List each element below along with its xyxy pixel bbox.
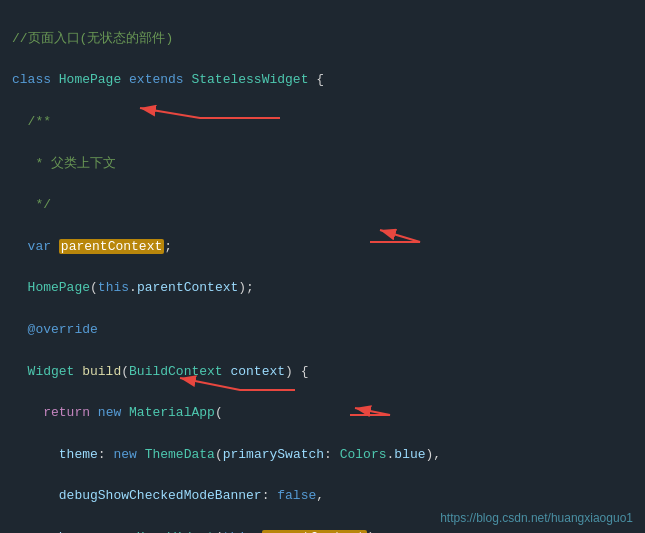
classname-homepage: HomePage [59, 72, 129, 87]
prop-theme: theme [59, 447, 98, 462]
classname-stateless: StatelessWidget [191, 72, 308, 87]
kw-extends1: extends [129, 72, 191, 87]
kw-class1: class [12, 72, 59, 87]
paren-close1: ); [238, 280, 254, 295]
brace1: { [308, 72, 324, 87]
comma1: , [316, 488, 324, 503]
kw-new1: new [98, 405, 129, 420]
indent1b [12, 280, 28, 295]
dot1: . [129, 280, 137, 295]
override1: @override [28, 322, 98, 337]
colon3: : [262, 488, 278, 503]
var-parentcontext1: parentContext [59, 239, 164, 254]
indent1a [12, 239, 28, 254]
indent1e [12, 405, 43, 420]
javadoc-open1: /** [12, 114, 51, 129]
paren5: ), [426, 447, 442, 462]
type-buildcontext: BuildContext [129, 364, 230, 379]
constructor-homepage: HomePage [28, 280, 90, 295]
prop-debugshow: debugShowCheckedModeBanner [59, 488, 262, 503]
indent1g [12, 488, 59, 503]
prop-primaryswatch: primarySwatch [223, 447, 324, 462]
kw-return: return [43, 405, 98, 420]
paren-close2: ) { [285, 364, 308, 379]
classname-materialapp: MaterialApp [129, 405, 215, 420]
indent1f [12, 447, 59, 462]
code-block: //页面入口(无状态的部件) class HomePage extends St… [0, 0, 645, 533]
val-false: false [277, 488, 316, 503]
param-context: context [230, 364, 285, 379]
paren4: ( [215, 447, 223, 462]
javadoc-line1: * 父类上下文 [12, 156, 116, 171]
indent1c [12, 322, 28, 337]
this1: this [98, 280, 129, 295]
prop-parentcontext1: parentContext [137, 280, 238, 295]
kw-new2: new [113, 447, 144, 462]
javadoc-close1: */ [12, 197, 51, 212]
section1-comment: //页面入口(无状态的部件) [12, 31, 173, 46]
colon1: : [98, 447, 114, 462]
watermark: https://blog.csdn.net/huangxiaoguo1 [440, 511, 633, 525]
colon2: : [324, 447, 340, 462]
prop-blue: blue [394, 447, 425, 462]
semi1: ; [164, 239, 172, 254]
classname-themedata: ThemeData [145, 447, 215, 462]
fn-build1: build [82, 364, 121, 379]
indent1d [12, 364, 28, 379]
paren2: ( [121, 364, 129, 379]
type-widget: Widget [28, 364, 83, 379]
kw-var1: var [28, 239, 59, 254]
paren1: ( [90, 280, 98, 295]
paren3: ( [215, 405, 223, 420]
classname-colors: Colors [340, 447, 387, 462]
